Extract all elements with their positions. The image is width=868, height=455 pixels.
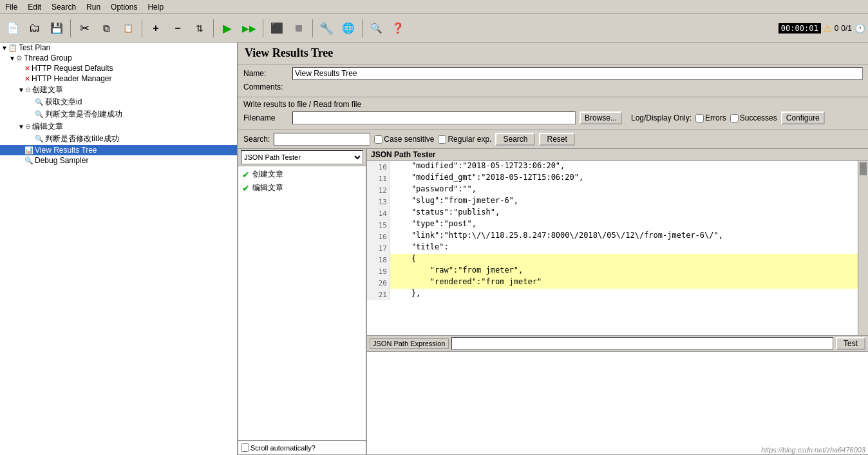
- tree-item-edit-article[interactable]: ▼ ⊖ 编辑文章: [0, 121, 237, 133]
- json-line: 16 "link":"http:\/\/118.25.8.247:8000\/2…: [367, 231, 858, 242]
- result-item-create[interactable]: ✔ 创建文章: [240, 168, 364, 181]
- reset-button[interactable]: Reset: [539, 133, 574, 146]
- tree-item-debug-sampler[interactable]: 🔍 Debug Sampler: [0, 155, 237, 166]
- line-content: "link":"http:\/\/118.25.8.247:8000\/2018…: [390, 231, 726, 242]
- scroll-auto-label[interactable]: Scroll automatically?: [241, 443, 316, 452]
- sep4: [263, 19, 263, 37]
- thread-group-icon: ⚙: [16, 54, 23, 63]
- errors-checkbox[interactable]: [695, 114, 704, 122]
- results-tree-footer: Scroll automatically?: [238, 440, 366, 454]
- tree-item-create-article[interactable]: ▼ ⊖ 创建文章: [0, 84, 237, 96]
- find-button[interactable]: 🔍: [366, 18, 386, 39]
- regular-exp-text: Regular exp.: [448, 135, 491, 144]
- result-item-edit[interactable]: ✔ 编辑文章: [240, 181, 364, 195]
- scroll-auto-checkbox[interactable]: [241, 443, 249, 452]
- results-dropdown[interactable]: JSON Path Tester: [241, 150, 363, 164]
- collapse-button[interactable]: −: [167, 18, 188, 39]
- view-results-label: View Results Tree: [35, 146, 97, 155]
- errors-checkbox-label[interactable]: Errors: [695, 113, 726, 122]
- json-line: 18 {: [367, 254, 858, 266]
- right-panel: View Results Tree Name: Comments: Write …: [238, 43, 868, 455]
- new-button[interactable]: 📄: [3, 18, 23, 39]
- successes-checkbox[interactable]: [730, 114, 739, 122]
- search-input[interactable]: [274, 133, 370, 146]
- case-sensitive-text: Case sensitive: [384, 135, 434, 144]
- expand-edit-article[interactable]: ▼: [18, 123, 24, 130]
- expand-create-article[interactable]: ▼: [18, 86, 24, 93]
- regular-exp-label[interactable]: Regular exp.: [438, 135, 491, 144]
- run-all-button[interactable]: ▶▶: [239, 18, 259, 39]
- name-input[interactable]: [292, 67, 863, 80]
- tree-item-check-edit[interactable]: 🔍 判断是否修改title成功: [0, 133, 237, 145]
- line-content: "raw":"from jmeter",: [390, 266, 525, 277]
- results-tree-header: JSON Path Tester: [238, 149, 366, 166]
- menu-run[interactable]: Run: [84, 3, 103, 12]
- panel-title: View Results Tree: [238, 43, 868, 64]
- clear-button[interactable]: 🔧: [316, 18, 337, 39]
- scrollbar-thumb[interactable]: [860, 162, 867, 175]
- tree-item-http-header[interactable]: ✕ HTTP Header Manager: [0, 73, 237, 84]
- json-line: 13 "slug":"from-jmeter-6",: [367, 196, 858, 208]
- search-label: Search:: [243, 135, 270, 144]
- tree-item-view-results[interactable]: 📊 View Results Tree: [0, 145, 237, 155]
- cut-button[interactable]: ✂: [74, 18, 95, 39]
- search-button[interactable]: Search: [495, 133, 535, 146]
- line-number: 21: [367, 289, 390, 300]
- json-content[interactable]: 10 "modified":"2018-05-12T23:06:20",11 "…: [367, 161, 858, 335]
- run-button[interactable]: ▶: [217, 18, 238, 39]
- menu-edit[interactable]: Edit: [25, 3, 44, 12]
- save-button[interactable]: 💾: [46, 18, 67, 39]
- copy-button[interactable]: ⧉: [96, 18, 117, 39]
- tree-item-test-plan[interactable]: ▼ 📋 Test Plan: [0, 43, 237, 53]
- open-button[interactable]: 🗂: [24, 18, 45, 39]
- configure-button[interactable]: Configure: [781, 111, 825, 124]
- case-sensitive-checkbox[interactable]: [374, 135, 382, 144]
- timer-display: 00:00:01: [778, 23, 821, 34]
- line-content: "title":: [390, 242, 451, 254]
- expand-thread-group[interactable]: ▼: [9, 55, 15, 62]
- check-create-label: 判断文章是否创建成功: [45, 109, 122, 120]
- json-scrollbar[interactable]: [858, 161, 868, 335]
- case-sensitive-label[interactable]: Case sensitive: [374, 135, 434, 144]
- menu-options[interactable]: Options: [108, 3, 140, 12]
- menu-help[interactable]: Help: [145, 3, 166, 12]
- line-number: 11: [367, 173, 390, 184]
- stop-all-button[interactable]: ⏹: [288, 18, 309, 39]
- tree-item-check-create[interactable]: 🔍 判断文章是否创建成功: [0, 108, 237, 121]
- line-number: 10: [367, 161, 390, 173]
- expand-button[interactable]: +: [146, 18, 166, 39]
- menu-search[interactable]: Search: [49, 3, 79, 12]
- result-success-icon-2: ✔: [242, 183, 250, 193]
- warning-icon: ⚠: [824, 23, 832, 34]
- tree-item-http-defaults[interactable]: ✕ HTTP Request Defaults: [0, 63, 237, 73]
- search-section: Search: Case sensitive Regular exp. Sear…: [238, 130, 868, 149]
- successes-checkbox-label[interactable]: Successes: [730, 113, 777, 122]
- line-content: {: [390, 254, 419, 266]
- results-tree-panel: JSON Path Tester ✔ 创建文章 ✔ 编辑文章: [238, 149, 367, 454]
- debug-icon: 🔍: [24, 157, 33, 165]
- main-layout: ▼ 📋 Test Plan ▼ ⚙ Thread Group ✕ HTTP Re…: [0, 43, 868, 455]
- remote-button[interactable]: 🌐: [338, 18, 359, 39]
- help-button[interactable]: ❓: [388, 18, 408, 39]
- log-display-label: Log/Display Only:: [631, 113, 692, 122]
- json-line: 12 "password":"",: [367, 184, 858, 196]
- write-results-section: Write results to file / Read from file F…: [238, 97, 868, 130]
- line-number: 12: [367, 184, 390, 196]
- test-button[interactable]: Test: [836, 337, 865, 350]
- tree-item-get-id[interactable]: 🔍 获取文章id: [0, 96, 237, 108]
- json-path-input[interactable]: [451, 337, 833, 350]
- toolbar-right: 00:00:01 ⚠ 0 0/1 🕐: [778, 23, 865, 34]
- toggle-button[interactable]: ⇅: [189, 18, 210, 39]
- menu-file[interactable]: File: [3, 3, 20, 12]
- filename-input[interactable]: [292, 111, 576, 124]
- expand-test-plan[interactable]: ▼: [1, 44, 8, 52]
- result-label-2: 编辑文章: [252, 182, 283, 193]
- browse-button[interactable]: Browse...: [580, 111, 622, 124]
- regular-exp-checkbox[interactable]: [438, 135, 446, 144]
- stop-button[interactable]: ⬛: [267, 18, 287, 39]
- write-results-label: Write results to file / Read from file: [243, 100, 863, 109]
- check-edit-label: 判断是否修改title成功: [45, 133, 119, 144]
- json-path-label: JSON Path Expression: [370, 338, 449, 349]
- tree-item-thread-group[interactable]: ▼ ⚙ Thread Group: [0, 53, 237, 63]
- paste-button[interactable]: 📋: [118, 18, 138, 39]
